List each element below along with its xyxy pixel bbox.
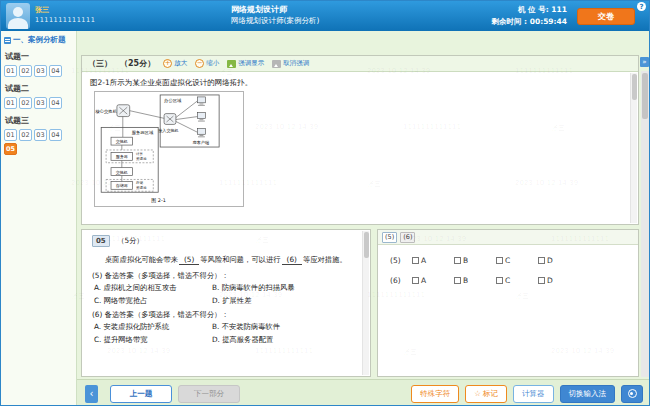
submit-exam-button[interactable]: 交卷 xyxy=(577,8,635,25)
question-num-button-3-01[interactable]: 01 xyxy=(4,129,17,141)
answer-checkbox-6-b[interactable]: B xyxy=(454,276,496,285)
collapse-footer-button[interactable]: ‹ xyxy=(85,385,98,403)
answer-row-label: (6) xyxy=(390,276,412,285)
q6-option-c: C. 提升网络带宽 xyxy=(94,335,212,345)
answer-tab-5[interactable]: (5) xyxy=(382,232,397,243)
computer-icon xyxy=(198,97,206,105)
option-letter: C xyxy=(505,276,510,285)
footer-right-group: 特殊字符 ☆标记 计算器 切换输入法 xyxy=(411,385,643,403)
figure-label-compute-pool-1: 计算 xyxy=(136,152,144,156)
question-num-button-1-04[interactable]: 04 xyxy=(49,65,62,77)
answer-checkbox-6-c[interactable]: C xyxy=(496,276,538,285)
zoom-out-button[interactable]: − 缩小 xyxy=(195,59,219,68)
mark-question-button[interactable]: ☆标记 xyxy=(465,385,507,403)
question-num-button-2-02[interactable]: 02 xyxy=(19,97,32,109)
user-name: 张三 xyxy=(35,5,49,15)
switch-icon xyxy=(117,105,130,117)
mark-label: 标记 xyxy=(483,389,498,399)
scrollbar-thumb[interactable] xyxy=(632,74,637,100)
figure-label-storage-pool-1: 存储 xyxy=(136,181,144,185)
figure-label-server: 服务器 xyxy=(116,154,128,159)
image-off-icon xyxy=(272,60,281,68)
stem-text: 等风险和问题，可以进行 xyxy=(200,255,280,264)
section-title: 一、案例分析题 xyxy=(4,35,74,45)
checkbox-icon[interactable] xyxy=(496,257,503,264)
subquestion-scrollbar[interactable] xyxy=(362,231,369,375)
subquestion-stem: 桌面虚拟化可能会带来(5)等风险和问题，可以进行(6)等应对措施。 xyxy=(92,254,354,266)
special-characters-button[interactable]: 特殊字符 xyxy=(411,385,459,403)
answer-checkbox-6-d[interactable]: D xyxy=(538,276,580,285)
question-num-button-2-03[interactable]: 03 xyxy=(34,97,47,109)
question-num-button-1-02[interactable]: 02 xyxy=(19,65,32,77)
switch-ime-button[interactable]: 切换输入法 xyxy=(560,385,616,403)
star-icon: ☆ xyxy=(474,389,481,398)
section-title-label: 一、案例分析题 xyxy=(13,35,66,45)
question-number-row: 01 02 03 04 xyxy=(4,97,74,109)
figure-label-office-area: 办公区域 xyxy=(164,98,182,103)
option-letter: B xyxy=(463,276,468,285)
question-panel-header: （三） （25分） + 放大 − 缩小 强调显示 取消强调 xyxy=(82,56,638,72)
stem-text: 桌面虚拟化可能会带来 xyxy=(105,255,178,264)
subquestion-score: （5分） xyxy=(117,236,144,245)
main-scrollbar[interactable] xyxy=(641,71,649,377)
scrollbar-thumb[interactable] xyxy=(642,73,648,119)
checkbox-icon[interactable] xyxy=(496,277,503,284)
question-num-button-1-03[interactable]: 03 xyxy=(34,65,47,77)
option-letter: D xyxy=(547,256,553,265)
question-num-button-3-04[interactable]: 04 xyxy=(49,129,62,141)
top-bar: 张三 1111111111111 网络规划设计师 网络规划设计师(案例分析) 机… xyxy=(1,1,649,31)
question-intro-text: 图2-1所示为某企业桌面虚拟化设计的网络拓扑。 xyxy=(90,78,622,88)
exam-title: 网络规划设计师 xyxy=(231,4,287,15)
image-icon xyxy=(227,60,236,68)
answer-checkbox-5-d[interactable]: D xyxy=(538,256,580,265)
figure-label-switch-a: 交换机 xyxy=(116,139,128,144)
question-num-button-3-05-active[interactable]: 05 xyxy=(4,143,17,155)
checkbox-icon[interactable] xyxy=(454,277,461,284)
option-letter: A xyxy=(421,256,426,265)
question-num-button-3-03[interactable]: 03 xyxy=(34,129,47,141)
question-scrollbar[interactable] xyxy=(630,73,637,223)
zoom-in-label: 放大 xyxy=(174,59,187,68)
figure-label-storage-pool-2: 资源池 xyxy=(136,185,147,190)
user-id: 1111111111111 xyxy=(35,16,95,24)
answer-checkbox-5-c[interactable]: C xyxy=(496,256,538,265)
group-label-3: 试题三 xyxy=(5,115,74,126)
emphasize-label: 强调显示 xyxy=(238,59,264,68)
previous-question-button[interactable]: 上一题 xyxy=(110,385,172,403)
help-icon[interactable]: ? xyxy=(637,2,646,11)
question-number-row: 01 02 03 04 05 xyxy=(4,129,74,155)
question-num-button-2-04[interactable]: 04 xyxy=(49,97,62,109)
collapse-panel-button[interactable]: » xyxy=(640,57,649,67)
q6-option-d: D. 提高服务器配置 xyxy=(212,335,354,345)
next-section-button-disabled[interactable]: 下一部分 xyxy=(178,385,240,403)
zoom-in-button[interactable]: + 放大 xyxy=(163,59,187,68)
footer-bar: ‹ 上一题 下一部分 特殊字符 ☆标记 计算器 切换输入法 xyxy=(77,379,650,406)
calculator-button[interactable]: 计算器 xyxy=(513,385,554,403)
checkbox-icon[interactable] xyxy=(412,277,419,284)
checkbox-icon[interactable] xyxy=(538,257,545,264)
checkbox-icon[interactable] xyxy=(454,257,461,264)
avatar-body-icon xyxy=(8,18,28,29)
figure-label-compute-pool-2: 资源池 xyxy=(136,156,147,161)
answer-checkbox-5-a[interactable]: A xyxy=(412,256,454,265)
question-num-button-1-01[interactable]: 01 xyxy=(4,65,17,77)
checkbox-icon[interactable] xyxy=(538,277,545,284)
zoom-in-icon: + xyxy=(163,59,172,68)
answer-checkbox-5-b[interactable]: B xyxy=(454,256,496,265)
question-num-button-2-01[interactable]: 01 xyxy=(4,97,17,109)
figure-label-thin-client: 瘦客户端 xyxy=(193,140,209,145)
answer-row-label: (5) xyxy=(390,256,412,265)
emphasize-button[interactable]: 强调显示 xyxy=(227,59,264,68)
checkbox-icon[interactable] xyxy=(412,257,419,264)
answer-tab-6[interactable]: (6) xyxy=(400,232,415,243)
cancel-emphasize-button[interactable]: 取消强调 xyxy=(272,59,309,68)
answer-checkbox-6-a[interactable]: A xyxy=(412,276,454,285)
blank-5: (5) xyxy=(179,255,199,265)
scrollbar-thumb[interactable] xyxy=(364,232,369,258)
subquestion-panel: 05 （5分） 桌面虚拟化可能会带来(5)等风险和问题，可以进行(6)等应对措施… xyxy=(81,229,371,377)
question-num-button-3-02[interactable]: 02 xyxy=(19,129,32,141)
settings-button[interactable] xyxy=(621,385,643,403)
option-letter: A xyxy=(421,276,426,285)
figure-caption: 图 2-1 xyxy=(151,197,165,204)
exam-window: 张三 1111111111111 网络规划设计师 网络规划设计师(案例分析) 机… xyxy=(0,0,650,406)
